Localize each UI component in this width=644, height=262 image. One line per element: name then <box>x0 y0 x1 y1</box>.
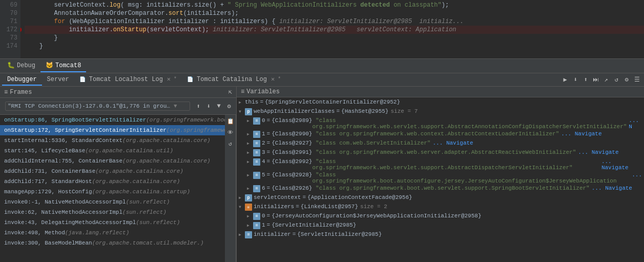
toolbar-btn-step-over[interactable]: ⬇ <box>571 75 580 85</box>
var-webappinit-2-expand[interactable] <box>247 140 253 146</box>
line-numbers: 69 70 71 172 73 174 <box>0 0 20 58</box>
var-webappinit-2[interactable]: ≡ 2 = {Class@2927} "class com.web.Servle… <box>237 139 644 149</box>
frame-item-11[interactable]: invoke:498, Method (java.lang.reflect) <box>0 228 225 238</box>
thread-dropdown[interactable]: "RMI TCP Connection(3)-127.0.0.1"@1,776 … <box>5 102 190 111</box>
tab-tomcat8[interactable]: 🐱 Tomcat8 <box>40 59 86 72</box>
sub-tab-catalina-label: Tomcat Catalina Log <box>197 76 267 83</box>
frames-expand-icon[interactable]: ⇱ <box>228 88 232 96</box>
sub-tab-bar: Debugger Server 📄 Tomcat Localhost Log ✕… <box>0 73 644 87</box>
thread-btn-settings2[interactable]: ⚙ <box>224 102 234 111</box>
var-webappinit-4-icon: ≡ <box>253 158 260 166</box>
var-webappinit-0-nav[interactable]: ... N <box>629 117 642 130</box>
frame-item-4[interactable]: addChildInternal:755, ContainerBase (org… <box>0 156 225 166</box>
bottom-panel: 🐛 Debug 🐱 Tomcat8 Debugger Server 📄 Tomc… <box>0 59 644 262</box>
toolbar-btn-resume[interactable]: ▶ <box>560 75 570 85</box>
toolbar-btn-step-out[interactable]: ↗ <box>601 75 611 85</box>
var-webappinit-6-nav[interactable]: ... Navigate <box>592 185 632 191</box>
var-initializer-expand[interactable] <box>239 231 245 237</box>
var-list[interactable]: this = {SpringServletContainerInitialize… <box>237 97 644 262</box>
side-icon-1[interactable]: 📋 <box>226 117 235 125</box>
thread-btn-filter[interactable]: ▼ <box>214 102 223 111</box>
frame-item-12[interactable]: invoke:300, BaseModelMBean (org.apache.t… <box>0 238 225 248</box>
var-webappinit-6[interactable]: ≡ 6 = {Class@2926} "class org.springfram… <box>237 185 644 194</box>
frame-item-0[interactable]: onStartup:86, SpringBootServletInitializ… <box>0 115 225 125</box>
localhost-log-close-icon[interactable]: ✕ <box>167 75 171 83</box>
var-servletContext[interactable]: p servletContext = {ApplicationContextFa… <box>237 194 644 203</box>
toolbar-btn-evaluate[interactable]: ⚙ <box>622 75 631 85</box>
var-webappinit-expand[interactable] <box>239 108 245 114</box>
var-webappinit-3-expand[interactable] <box>247 149 253 155</box>
sub-tab-catalina-log[interactable]: 📄 Tomcat Catalina Log ✕ * <box>182 74 286 86</box>
thread-label: "RMI TCP Connection(3)-127.0.0.1"@1,776 … <box>8 103 172 109</box>
var-webappinit-0-expand[interactable] <box>247 117 253 124</box>
var-this[interactable]: this = {SpringServletContainerInitialize… <box>237 98 644 108</box>
var-webappinit-0[interactable]: ≡ 0 = {Class@2989} "class org.springfram… <box>237 117 644 130</box>
var-webappinit-3[interactable]: ≡ 3 = {Class@2991} "class org.springfram… <box>237 149 644 158</box>
var-this-expand[interactable] <box>239 99 245 105</box>
var-webappinit-5[interactable]: ≡ 5 = {Class@2928} "class org.springfram… <box>237 171 644 185</box>
frames-panel-header: ≡ Frames ⇱ <box>0 87 236 98</box>
frame-item-6[interactable]: addChild:717, StandardHost (org.apache.c… <box>0 176 225 187</box>
var-webappinit-3-nav[interactable]: ... Navigate <box>578 149 618 155</box>
side-icon-3[interactable]: ↺ <box>226 139 235 148</box>
code-line-73: } <box>25 34 644 42</box>
main-debug-content: ≡ Frames ⇱ "RMI TCP Connection(3)-127.0.… <box>0 87 644 262</box>
var-webAppInit[interactable]: p webAppInitializerClasses = {HashSet@29… <box>237 108 644 117</box>
thread-selector-row: "RMI TCP Connection(3)-127.0.0.1"@1,776 … <box>0 98 236 115</box>
var-initializers-1-expand[interactable] <box>247 222 253 228</box>
side-icon-2[interactable]: 👁 <box>226 128 235 136</box>
var-webappinit-1[interactable]: ≡ 1 = {Class@2990} "class org.springfram… <box>237 130 644 139</box>
debug-icon: 🐛 <box>7 62 15 69</box>
tomcat-icon: 🐱 <box>46 62 53 69</box>
frame-item-9[interactable]: invoke:62, NativeMethodAccessorImpl (sun… <box>0 207 225 217</box>
frame-item-5[interactable]: addChild:731, ContainerBase (org.apache.… <box>0 166 225 176</box>
sub-tab-debugger[interactable]: Debugger <box>2 74 42 86</box>
var-initializers-1[interactable]: ≡ 1 = {ServletInitializer@2985} <box>237 221 644 231</box>
var-webappinit-2-icon: ≡ <box>253 140 260 147</box>
frame-item-1[interactable]: onStartup:172, SpringServletContainerIni… <box>0 125 225 135</box>
frame-item-8[interactable]: invoke0:-1, NativeMethodAccessorImpl (su… <box>0 197 225 207</box>
var-webappinit-4-expand[interactable] <box>247 158 253 165</box>
sub-tab-localhost-log[interactable]: 📄 Tomcat Localhost Log ✕ * <box>74 74 182 86</box>
frames-title: Frames <box>10 89 32 96</box>
var-webappinit-1-nav[interactable]: ... Navigate <box>561 131 601 137</box>
sub-tab-server[interactable]: Server <box>42 74 74 86</box>
toolbar-btn-settings[interactable]: ☰ <box>632 75 641 85</box>
frame-item-2[interactable]: startInternal:5336, StandardContext (org… <box>0 135 225 146</box>
var-webappinit-1-expand[interactable] <box>247 131 253 137</box>
var-initializers-expand[interactable] <box>239 204 245 210</box>
toolbar-btn-run-cursor[interactable]: ↺ <box>612 75 621 85</box>
frame-item-10[interactable]: invoke:43, DelegatingMethodAccessorImpl … <box>0 217 225 228</box>
catalina-log-close-icon[interactable]: ✕ <box>271 75 275 83</box>
code-editor: 69 70 71 172 73 174 servletContext.log( … <box>0 0 644 59</box>
frame-list[interactable]: onStartup:86, SpringBootServletInitializ… <box>0 115 225 262</box>
var-webappinit-5-expand[interactable] <box>247 172 253 178</box>
panel-tab-bar: 🐛 Debug 🐱 Tomcat8 <box>0 59 644 73</box>
var-initializer[interactable]: ≡ initializer = {ServletInitializer@2985… <box>237 231 644 240</box>
var-webappinit-6-expand[interactable] <box>247 185 253 191</box>
code-line-172: ✕ initializer.onStartup(servletContext);… <box>25 26 644 34</box>
var-initializers[interactable]: ≡ initializers = {LinkedList@2957} size … <box>237 203 644 212</box>
variables-icon: ≡ <box>241 88 244 95</box>
var-webappinit-5-nav[interactable]: ... <box>632 172 642 178</box>
localhost-log-file-icon: 📄 <box>79 76 86 83</box>
var-webappinit-2-nav[interactable]: ... Navigate <box>432 140 473 146</box>
thread-btn-up[interactable]: ⬆ <box>194 102 203 111</box>
var-webappinit-4[interactable]: ≡ 4 = {Class@2992} "class org.springfram… <box>237 158 644 171</box>
localhost-log-pin-icon: * <box>174 76 177 82</box>
var-webappinit-5-icon: ≡ <box>253 172 260 179</box>
var-servletcontext-expand[interactable] <box>239 194 245 200</box>
tab-debug-label: Debug <box>17 62 35 69</box>
frames-content: onStartup:86, SpringBootServletInitializ… <box>0 115 236 262</box>
side-icon-panel: 📋 👁 ↺ <box>225 115 236 262</box>
toolbar-btn-force-step[interactable]: ⏭ <box>591 75 600 85</box>
frame-item-7[interactable]: manageApp:1729, HostConfig (org.apache.c… <box>0 187 225 197</box>
frame-item-3[interactable]: start:145, LifecycleBase (org.apache.cat… <box>0 146 225 156</box>
tab-debug[interactable]: 🐛 Debug <box>2 59 40 72</box>
var-initializers-0[interactable]: ≡ 0 = {JerseyAutoConfiguration$JerseyWeb… <box>237 212 644 221</box>
thread-btn-down[interactable]: ⬇ <box>204 102 213 111</box>
var-webappinit-1-icon: ≡ <box>253 131 260 138</box>
var-webappinit-4-nav[interactable]: ... Navigate <box>601 158 642 171</box>
toolbar-btn-step-into[interactable]: ⬆ <box>581 75 590 85</box>
var-initializers-0-expand[interactable] <box>247 213 253 219</box>
